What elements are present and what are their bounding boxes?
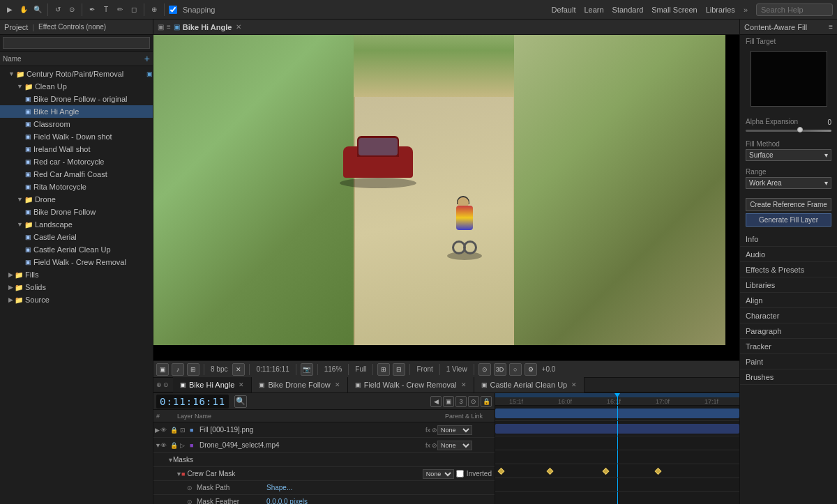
timecode-display[interactable]: 0:11:16:11 xyxy=(254,365,291,373)
tab-close-icon[interactable]: ✕ xyxy=(461,381,467,388)
mask-arrow[interactable]: ▼ xyxy=(176,471,181,478)
view-dropdown[interactable]: Front xyxy=(414,365,435,373)
camera-icon[interactable]: 📷 xyxy=(301,363,313,376)
layer-lock-icon[interactable]: 🔒 xyxy=(170,427,180,434)
mask-feather-value[interactable]: 0.0,0.0 pixels xyxy=(266,498,308,504)
parent-select-1[interactable]: None xyxy=(437,425,472,435)
keyframe[interactable] xyxy=(547,468,554,475)
sync-icon[interactable]: ⊙ xyxy=(478,363,491,376)
rp-tracker[interactable]: Tracker xyxy=(740,339,837,354)
layer-expand-arrow[interactable]: ▼ xyxy=(155,442,160,449)
timeline-tab-castle-aerial[interactable]: ▣ Castle Aerial Clean Up ✕ xyxy=(474,377,585,392)
camera-tool-icon[interactable]: ⊙ xyxy=(66,4,77,15)
rp-paint[interactable]: Paint xyxy=(740,354,837,369)
tab-close-icon[interactable]: ✕ xyxy=(335,381,340,388)
mask-path-value[interactable]: Shape... xyxy=(266,484,292,491)
settings-icon[interactable]: ⚙ xyxy=(525,363,537,376)
tree-century-folder[interactable]: ▼ 📁 Century Roto/Paint/Removal ▣ xyxy=(0,68,153,80)
tree-red-car-amalfi[interactable]: ▣ Red Car Amalfi Coast xyxy=(0,168,153,181)
draft-icon[interactable]: ○ xyxy=(509,363,522,376)
search-input[interactable] xyxy=(756,3,833,16)
rp-effects-presets[interactable]: Effects & Presets xyxy=(740,262,837,277)
tl-lock-btn[interactable]: 🔒 xyxy=(481,396,492,407)
timeline-tab-field-walk[interactable]: ▣ Field Walk - Crew Removal ✕ xyxy=(348,377,474,392)
layer-vis-icon[interactable]: 👁 xyxy=(160,442,170,449)
tl-layer-drone[interactable]: ▼ 👁 🔒 ▷ ■ Drone_0494_select4.mp4 fx ⊘ No… xyxy=(153,438,495,453)
tree-solids-folder[interactable]: ▶ 📁 Solids xyxy=(0,281,153,293)
tree-cleanup-folder[interactable]: ▼ 📁 Clean Up xyxy=(0,80,153,93)
tree-bike-drone-original[interactable]: ▣ Bike Drone Follow - original xyxy=(0,93,153,105)
tl-playhead[interactable] xyxy=(617,393,618,405)
rotate-tool-icon[interactable]: ↺ xyxy=(52,4,63,15)
tl-solo-btn[interactable]: ⊙ xyxy=(468,396,479,407)
workspace-small-screen[interactable]: Small Screen xyxy=(651,6,697,14)
rp-paragraph[interactable]: Paragraph xyxy=(740,323,837,339)
layer-fx-icon[interactable]: fx xyxy=(425,442,430,449)
tree-field-walk-crew[interactable]: ▣ Field Walk - Crew Removal xyxy=(0,256,153,268)
tree-field-walk-down[interactable]: ▣ Field Walk - Down shot xyxy=(0,130,153,143)
pen-tool-icon[interactable]: ✒ xyxy=(86,4,98,15)
tab-close-icon[interactable]: ✕ xyxy=(239,381,244,388)
project-search-input[interactable] xyxy=(3,37,150,49)
tree-source-folder[interactable]: ▶ 📁 Source xyxy=(0,293,153,306)
tl-masks-row[interactable]: ▼ Masks xyxy=(153,453,495,467)
project-tab[interactable]: Project xyxy=(4,23,28,31)
tab-close-icon[interactable]: ✕ xyxy=(571,381,577,388)
tree-red-car-motorcycle[interactable]: ▣ Red car - Motorcycle xyxy=(0,155,153,168)
masks-arrow[interactable]: ▼ xyxy=(167,457,173,464)
layer-lock-icon[interactable]: 🔒 xyxy=(170,442,180,449)
alpha-expansion-value[interactable]: 0 xyxy=(827,119,831,126)
generate-fill-button[interactable]: Generate Fill Layer xyxy=(746,213,831,227)
grid-icon[interactable]: ⊟ xyxy=(393,363,405,376)
rp-info[interactable]: Info xyxy=(740,231,837,247)
keyframe[interactable] xyxy=(603,468,610,475)
workspace-learn[interactable]: Learn xyxy=(584,6,603,14)
rp-audio[interactable]: Audio xyxy=(740,247,837,262)
time-display[interactable]: 0:11:16:11 xyxy=(156,395,229,408)
tree-fills-folder[interactable]: ▶ 📁 Fills xyxy=(0,268,153,281)
zoom-tool-icon[interactable]: 🔍 xyxy=(32,4,43,15)
comp-viewer-menu-icon[interactable]: ≡ xyxy=(167,23,171,31)
tl-ctrl-icon[interactable]: ⊕ xyxy=(156,381,162,388)
bit-depth-display[interactable]: 8 bpc xyxy=(209,365,229,373)
tree-ireland-wall[interactable]: ▣ Ireland Wall shot xyxy=(0,143,153,155)
tree-rita-motorcycle[interactable]: ▣ Rita Motorcycle xyxy=(0,181,153,193)
tl-3d-btn[interactable]: 3 xyxy=(455,396,467,407)
views-dropdown[interactable]: 1 View xyxy=(444,365,469,373)
rp-character[interactable]: Character xyxy=(740,308,837,323)
layer-vis-icon[interactable]: 👁 xyxy=(160,427,170,434)
audio-icon[interactable]: ♪ xyxy=(172,363,184,376)
range-dropdown[interactable]: Work Area ▾ xyxy=(746,177,831,189)
workspace-standard[interactable]: Standard xyxy=(612,6,644,14)
mask-mode-select[interactable]: None xyxy=(423,469,454,479)
tree-drone-folder[interactable]: ▼ 📁 Drone xyxy=(0,193,153,206)
create-ref-frame-button[interactable]: Create Reference Frame xyxy=(746,198,831,211)
hand-tool-icon[interactable]: ✋ xyxy=(18,4,29,15)
transparency-icon[interactable]: ⊞ xyxy=(187,363,199,376)
more-workspaces-icon[interactable]: » xyxy=(744,6,748,14)
text-tool-icon[interactable]: T xyxy=(100,4,112,15)
timeline-tab-bike-drone-follow[interactable]: ▣ Bike Drone Follow ✕ xyxy=(252,377,347,392)
tree-bike-drone-follow[interactable]: ▣ Bike Drone Follow xyxy=(0,206,153,218)
keyframe[interactable] xyxy=(498,468,505,475)
workspace-libraries[interactable]: Libraries xyxy=(706,6,735,14)
alpha-slider[interactable] xyxy=(746,130,831,132)
add-item-button[interactable]: + xyxy=(144,53,150,64)
panel-menu-icon[interactable]: ≡ xyxy=(829,23,833,31)
tree-landscape-folder[interactable]: ▼ 📁 Landscape xyxy=(0,218,153,231)
layer-expr-icon[interactable]: ⊘ xyxy=(432,442,437,449)
layer-expand-arrow[interactable]: ▶ xyxy=(155,427,160,434)
tree-bike-hi-angle[interactable]: ▣ Bike Hi Angle xyxy=(0,105,153,118)
inverted-checkbox[interactable] xyxy=(456,470,464,478)
effect-controls-tab[interactable]: Effect Controls (none) xyxy=(38,23,106,31)
search-tl-btn[interactable]: 🔍 xyxy=(234,395,247,408)
selection-tool-icon[interactable]: ▶ xyxy=(4,4,15,15)
rp-libraries[interactable]: Libraries xyxy=(740,277,837,293)
tl-crew-car-mask[interactable]: ▼ ■ Crew Car Mask None Inverted xyxy=(153,467,495,481)
layer-fx-icon[interactable]: fx xyxy=(425,427,430,434)
shape-tool-icon[interactable]: ◻ xyxy=(128,4,140,15)
tree-castle-aerial-clean[interactable]: ▣ Castle Aerial Clean Up xyxy=(0,243,153,256)
zoom-display[interactable]: 116% xyxy=(322,365,345,373)
preview-icon[interactable]: ▣ xyxy=(156,363,169,376)
timeline-tab-bike-hi-angle[interactable]: ▣ Bike Hi Angle ✕ xyxy=(173,377,252,392)
